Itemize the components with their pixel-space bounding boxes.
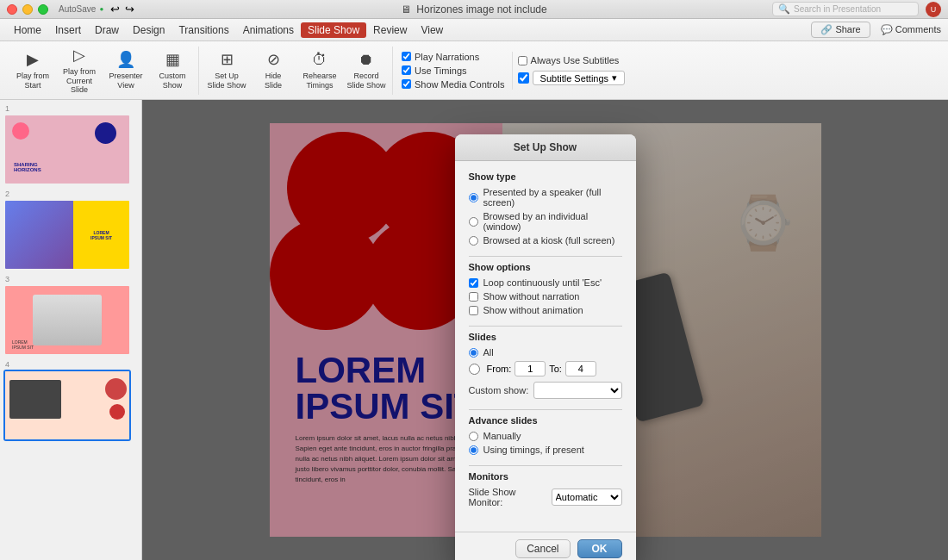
show-options-label: Show options bbox=[469, 262, 622, 272]
subtitle-settings-checkbox[interactable] bbox=[518, 72, 529, 84]
comments-button[interactable]: 💬 Comments bbox=[881, 24, 941, 35]
monitors-section: Monitors Slide Show Monitor: Automatic bbox=[469, 471, 622, 507]
monitor-select[interactable]: Automatic bbox=[552, 488, 622, 506]
play-current-label: Play fromCurrent Slide bbox=[57, 67, 102, 95]
undo-icon[interactable]: ↩ bbox=[110, 3, 120, 16]
no-narration-checkbox[interactable]: Show without narration bbox=[469, 291, 622, 302]
advance-manually-radio[interactable]: Manually bbox=[469, 431, 622, 441]
rehearse-icon: ⏱ bbox=[312, 51, 327, 69]
slide-thumbnail-4[interactable]: 4 ★ bbox=[3, 359, 138, 441]
show-media-controls-checkbox[interactable]: Show Media Controls bbox=[402, 79, 505, 90]
radio-presenter[interactable]: Presented by a speaker (full screen) bbox=[469, 187, 622, 208]
record-slideshow-button[interactable]: ⏺ RecordSlide Show bbox=[344, 47, 389, 95]
slide-thumbnail-3[interactable]: 3 ★ LOREMIPSUM SIT bbox=[3, 274, 138, 356]
slide-thumbnail-2[interactable]: 2 ★ LOREMIPSUM SIT bbox=[3, 189, 138, 271]
slide-thumb-img-1: SHARINGHORIZONS bbox=[3, 114, 131, 185]
dialog-footer: Cancel OK bbox=[455, 532, 636, 560]
subtitle-settings-row: Subtitle Settings ▾ bbox=[518, 71, 626, 85]
no-animation-checkbox[interactable]: Show without animation bbox=[469, 305, 622, 315]
menu-bar: Home Insert Draw Design Transitions Anim… bbox=[0, 19, 948, 41]
menu-item-home[interactable]: Home bbox=[7, 22, 48, 38]
always-use-subtitles-checkbox[interactable]: Always Use Subtitles bbox=[518, 55, 626, 65]
play-current-slide-button[interactable]: ▷ Play fromCurrent Slide bbox=[57, 47, 102, 95]
custom-show-label: Custom show: bbox=[469, 385, 529, 395]
slide-thumb-img-2: LOREMIPSUM SIT bbox=[3, 199, 131, 271]
search-box[interactable]: 🔍 Search in Presentation bbox=[772, 2, 919, 16]
slide-number-2: 2 bbox=[3, 189, 11, 199]
presenter-view-button[interactable]: 👤 PresenterView bbox=[103, 47, 148, 95]
advance-label: Advance slides bbox=[469, 415, 622, 426]
presenter-icon: 👤 bbox=[116, 50, 135, 69]
toolbar-group-subtitles: Always Use Subtitles Subtitle Settings ▾ bbox=[515, 55, 629, 85]
subtitle-settings-button[interactable]: Subtitle Settings ▾ bbox=[533, 71, 626, 85]
slides-range-radio[interactable] bbox=[469, 364, 480, 375]
minimize-button[interactable] bbox=[22, 4, 33, 15]
custom-show-label: CustomShow bbox=[159, 72, 185, 90]
autosave-indicator: ● bbox=[99, 5, 103, 13]
menu-item-draw[interactable]: Draw bbox=[88, 22, 126, 38]
toolbar-group-narrations: Play Narrations Use Timings Show Media C… bbox=[395, 52, 513, 90]
slide-thumbnail-1[interactable]: 1 ★ SHARINGHORIZONS bbox=[3, 103, 138, 185]
to-input[interactable] bbox=[565, 361, 596, 376]
maximize-button[interactable] bbox=[38, 4, 48, 15]
radio-individual-label: Browsed by an individual (window) bbox=[483, 211, 622, 232]
dialog-overlay: Set Up Show Show type Presented by a spe… bbox=[142, 100, 948, 560]
subtitle-settings-label: Subtitle Settings bbox=[540, 73, 609, 84]
menu-item-view[interactable]: View bbox=[414, 22, 450, 38]
play-narrations-checkbox[interactable]: Play Narrations bbox=[402, 52, 505, 62]
menu-item-slideshow[interactable]: Slide Show bbox=[301, 22, 366, 38]
advance-manually-label: Manually bbox=[483, 431, 521, 441]
dialog-title: Set Up Show bbox=[455, 134, 636, 161]
toolbar: ▶ Play fromStart ▷ Play fromCurrent Slid… bbox=[0, 41, 948, 100]
ok-button[interactable]: OK bbox=[577, 539, 622, 558]
slide-thumb-img-3: LOREMIPSUM SIT bbox=[3, 284, 131, 356]
hide-icon: ⊘ bbox=[267, 50, 280, 69]
cancel-button[interactable]: Cancel bbox=[515, 539, 570, 558]
window-controls[interactable] bbox=[7, 4, 48, 15]
menu-item-insert[interactable]: Insert bbox=[48, 22, 88, 38]
menu-item-animations[interactable]: Animations bbox=[236, 22, 301, 38]
advance-timings-label: Using timings, if present bbox=[483, 445, 584, 455]
monitor-row-label: Slide Show Monitor: bbox=[469, 487, 546, 507]
share-button[interactable]: 🔗 Share bbox=[811, 22, 870, 38]
slide-panel: 1 ★ SHARINGHORIZONS 2 ★ bbox=[0, 100, 142, 560]
record-icon: ⏺ bbox=[359, 51, 374, 69]
user-avatar[interactable]: U bbox=[926, 2, 941, 17]
menu-item-transitions[interactable]: Transitions bbox=[172, 22, 235, 38]
setup-show-dialog: Set Up Show Show type Presented by a spe… bbox=[455, 134, 636, 560]
from-input[interactable] bbox=[515, 361, 546, 376]
record-label: RecordSlide Show bbox=[346, 72, 385, 90]
radio-presenter-label: Presented by a speaker (full screen) bbox=[483, 187, 622, 208]
hide-slide-button[interactable]: ⊘ HideSlide bbox=[251, 47, 296, 95]
custom-show-button[interactable]: ▦ CustomShow bbox=[150, 47, 195, 95]
play-from-start-button[interactable]: ▶ Play fromStart bbox=[10, 47, 55, 95]
slide-number-4: 4 bbox=[3, 359, 11, 370]
chevron-down-icon: ▾ bbox=[612, 72, 617, 84]
dialog-body: Show type Presented by a speaker (full s… bbox=[455, 161, 636, 528]
slides-all-label: All bbox=[483, 347, 494, 358]
loop-label: Loop continuously until 'Esc' bbox=[483, 277, 602, 288]
slides-all-radio[interactable]: All bbox=[469, 347, 622, 358]
advance-timings-radio[interactable]: Using timings, if present bbox=[469, 445, 622, 455]
monitor-row: Slide Show Monitor: Automatic bbox=[469, 487, 622, 507]
rehearse-timings-button[interactable]: ⏱ RehearseTimings bbox=[297, 47, 342, 95]
use-timings-checkbox[interactable]: Use Timings bbox=[402, 65, 505, 76]
main-area: 1 ★ SHARINGHORIZONS 2 ★ bbox=[0, 100, 948, 560]
menu-item-review[interactable]: Review bbox=[366, 22, 414, 38]
radio-individual[interactable]: Browsed by an individual (window) bbox=[469, 211, 622, 232]
no-animation-label: Show without animation bbox=[483, 305, 583, 315]
autosave-label: AutoSave bbox=[59, 4, 96, 14]
close-button[interactable] bbox=[7, 4, 17, 15]
show-type-label: Show type bbox=[469, 171, 622, 182]
redo-icon[interactable]: ↪ bbox=[125, 3, 134, 16]
play-start-label: Play fromStart bbox=[16, 72, 49, 90]
slides-section: Slides All From: To: bbox=[469, 332, 622, 399]
setup-slideshow-button[interactable]: ⊞ Set UpSlide Show bbox=[204, 47, 249, 95]
custom-show-select[interactable] bbox=[533, 382, 621, 399]
slide-thumb-img-4 bbox=[3, 370, 131, 441]
custom-show-icon: ▦ bbox=[165, 50, 180, 69]
menu-item-design[interactable]: Design bbox=[126, 22, 172, 38]
loop-checkbox[interactable]: Loop continuously until 'Esc' bbox=[469, 277, 622, 288]
toolbar-group-play: ▶ Play fromStart ▷ Play fromCurrent Slid… bbox=[7, 47, 199, 95]
radio-kiosk[interactable]: Browsed at a kiosk (full screen) bbox=[469, 235, 622, 246]
